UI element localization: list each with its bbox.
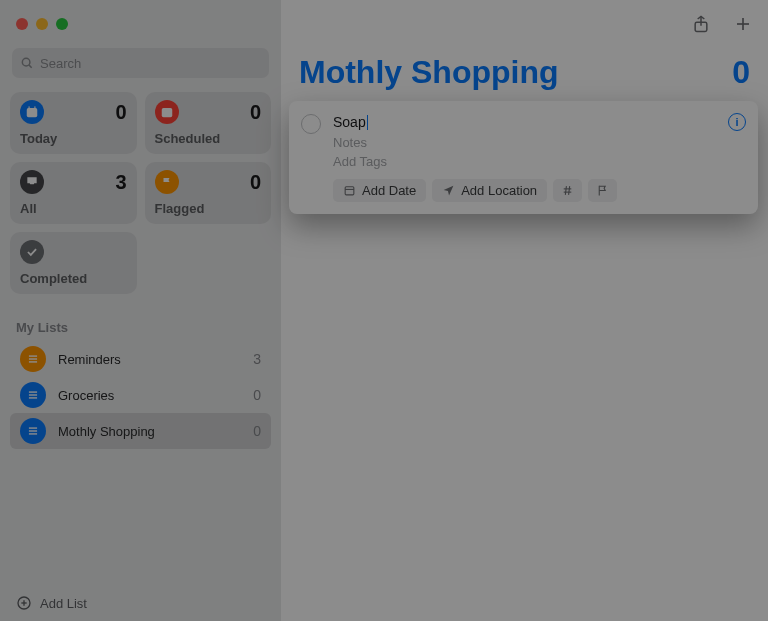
smart-list-flagged[interactable]: 0 Flagged (145, 162, 272, 224)
minimize-window-button[interactable] (36, 18, 48, 30)
smart-list-label: Completed (20, 271, 127, 286)
tray-icon (20, 170, 44, 194)
smart-list-count: 0 (250, 171, 261, 194)
reminder-title-input[interactable]: Soap (333, 114, 366, 130)
add-list-button[interactable]: Add List (10, 585, 271, 621)
add-date-label: Add Date (362, 183, 416, 198)
list-item-monthly-shopping[interactable]: Mothly Shopping 0 (10, 413, 271, 449)
svg-line-1 (29, 65, 32, 68)
smart-list-count: 0 (250, 101, 261, 124)
notes-placeholder[interactable]: Notes (333, 135, 746, 150)
search-icon (20, 56, 34, 70)
share-icon (691, 14, 711, 34)
calendar-icon (343, 184, 356, 197)
sidebar: 0 Today 0 Scheduled 3 (0, 0, 281, 621)
share-button[interactable] (690, 13, 712, 35)
add-tag-button[interactable] (553, 179, 582, 202)
svg-line-25 (565, 186, 566, 195)
list-count: 0 (253, 387, 261, 403)
plus-circle-icon (16, 595, 32, 611)
location-arrow-icon (442, 184, 455, 197)
list-name: Mothly Shopping (58, 424, 253, 439)
calendar-icon (155, 100, 179, 124)
smart-list-label: Scheduled (155, 131, 262, 146)
list-count: 3 (253, 351, 261, 367)
smart-list-label: All (20, 201, 127, 216)
list-item-reminders[interactable]: Reminders 3 (10, 341, 271, 377)
list-count: 0 (253, 423, 261, 439)
info-button[interactable]: i (728, 113, 746, 131)
svg-rect-3 (29, 106, 30, 109)
list-bullet-icon (20, 346, 46, 372)
complete-checkbox[interactable] (301, 114, 321, 134)
svg-rect-21 (345, 187, 354, 195)
add-list-label: Add List (40, 596, 87, 611)
search-input[interactable] (40, 56, 261, 71)
smart-list-today[interactable]: 0 Today (10, 92, 137, 154)
flag-icon (596, 184, 609, 197)
flag-icon (155, 170, 179, 194)
list-bullet-icon (20, 382, 46, 408)
calendar-today-icon (20, 100, 44, 124)
window-controls (10, 8, 271, 44)
add-location-button[interactable]: Add Location (432, 179, 547, 202)
zoom-window-button[interactable] (56, 18, 68, 30)
smart-list-all[interactable]: 3 All (10, 162, 137, 224)
list-title: Mothly Shopping (299, 54, 559, 91)
add-date-button[interactable]: Add Date (333, 179, 426, 202)
info-icon: i (735, 116, 738, 128)
hash-icon (561, 184, 574, 197)
smart-list-completed[interactable]: Completed (10, 232, 137, 294)
text-cursor (367, 115, 368, 130)
checkmark-icon (20, 240, 44, 264)
search-field[interactable] (12, 48, 269, 78)
svg-rect-4 (34, 106, 35, 109)
main-pane: Mothly Shopping 0 Soap i Notes Add Tags (281, 0, 768, 621)
close-window-button[interactable] (16, 18, 28, 30)
list-bullet-icon (20, 418, 46, 444)
reminder-editor[interactable]: Soap i Notes Add Tags Add Date Add Loc (289, 101, 758, 214)
smart-list-count: 3 (115, 171, 126, 194)
toolbar (281, 0, 768, 48)
svg-rect-5 (161, 108, 172, 117)
add-flag-button[interactable] (588, 179, 617, 202)
svg-point-0 (22, 58, 30, 66)
list-name: Groceries (58, 388, 253, 403)
list-name: Reminders (58, 352, 253, 367)
svg-rect-2 (27, 108, 38, 117)
my-lists-header: My Lists (16, 320, 265, 335)
add-reminder-button[interactable] (732, 13, 754, 35)
list-total-count: 0 (732, 54, 750, 91)
svg-line-26 (569, 186, 570, 195)
list-item-groceries[interactable]: Groceries 0 (10, 377, 271, 413)
tags-placeholder[interactable]: Add Tags (333, 154, 746, 169)
plus-icon (734, 15, 752, 33)
smart-list-label: Flagged (155, 201, 262, 216)
smart-list-scheduled[interactable]: 0 Scheduled (145, 92, 272, 154)
add-location-label: Add Location (461, 183, 537, 198)
smart-list-label: Today (20, 131, 127, 146)
smart-list-count: 0 (115, 101, 126, 124)
